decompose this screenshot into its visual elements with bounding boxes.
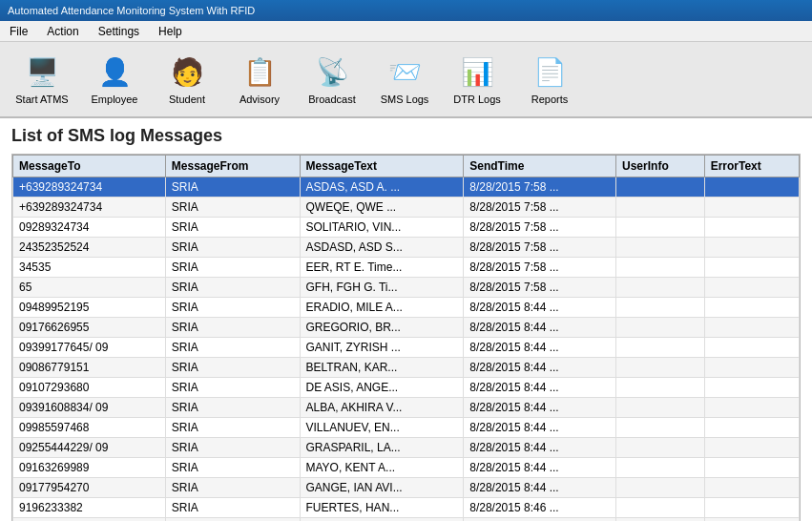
sms-log-table: MessageTo MessageFrom MessageText SendTi… <box>12 155 800 521</box>
cell-userinfo <box>616 358 705 378</box>
table-row[interactable]: 65SRIAGFH, FGH G. Ti...8/28/2015 7:58 ..… <box>13 278 800 298</box>
toolbar-student[interactable]: 🧑 Student <box>153 47 221 112</box>
col-messagetext: MessageText <box>300 156 464 177</box>
table-row[interactable]: +639289324734SRIAASDAS, ASD A. ...8/28/2… <box>13 177 800 198</box>
cell-userinfo <box>616 177 705 198</box>
table-row[interactable]: 9196233382SRIAFUERTES, HAN...8/28/2015 8… <box>13 498 800 518</box>
cell-messagefrom: SRIA <box>165 238 300 258</box>
cell-messageto: 09985597468 <box>13 418 166 438</box>
cell-userinfo <box>616 498 705 518</box>
menu-settings[interactable]: Settings <box>93 23 145 40</box>
cell-userinfo <box>616 378 705 398</box>
cell-messageto: 09176626955 <box>13 318 166 338</box>
cell-errortext <box>704 258 799 278</box>
cell-messagefrom: SRIA <box>165 438 300 458</box>
page-content: List of SMS log Messages MessageTo Messa… <box>0 118 812 521</box>
toolbar-dtr-logs[interactable]: 📊 DTR Logs <box>443 47 511 112</box>
table-row[interactable]: 09107170298SRIAOPIAL, JAMELL8/28/2015 8:… <box>13 518 800 522</box>
cell-sendtime: 8/28/2015 7:58 ... <box>464 177 616 198</box>
table-row[interactable]: 09255444229/ 09SRIAGRASPARIL, LA...8/28/… <box>13 438 800 458</box>
cell-messageto: 09163269989 <box>13 458 166 478</box>
cell-messageto: +639289324734 <box>13 177 166 198</box>
cell-errortext <box>704 198 799 218</box>
table-row[interactable]: 09391608834/ 09SRIAALBA, AKHIRA V...8/28… <box>13 398 800 418</box>
cell-sendtime: 8/28/2015 8:44 ... <box>464 358 616 378</box>
cell-userinfo <box>616 418 705 438</box>
cell-sendtime: 8/28/2015 7:58 ... <box>464 238 616 258</box>
table-row[interactable]: 09177954270SRIAGANGE, IAN AVI...8/28/201… <box>13 478 800 498</box>
cell-errortext <box>704 338 799 358</box>
cell-sendtime: 8/28/2015 7:58 ... <box>464 198 616 218</box>
toolbar-advisory[interactable]: 📋 Advisory <box>225 47 294 112</box>
toolbar-employee[interactable]: 👤 Employee <box>80 47 149 112</box>
cell-messagefrom: SRIA <box>165 358 300 378</box>
cell-messageto: 65 <box>13 278 166 298</box>
cell-messagetext: GREGORIO, BR... <box>300 318 464 338</box>
cell-userinfo <box>616 518 705 522</box>
cell-messagetext: MAYO, KENT A... <box>300 458 464 478</box>
table-row[interactable]: 09176626955SRIAGREGORIO, BR...8/28/2015 … <box>13 318 800 338</box>
toolbar-sms-logs[interactable]: 📨 SMS Logs <box>370 47 439 112</box>
cell-messageto: 34535 <box>13 258 166 278</box>
cell-messagetext: DE ASIS, ANGE... <box>300 378 464 398</box>
reports-label: Reports <box>531 94 569 106</box>
title-bar: Automated Attendance Monitoring System W… <box>0 0 812 21</box>
sms-logs-icon: 📨 <box>385 52 425 92</box>
cell-messagefrom: SRIA <box>165 258 300 278</box>
cell-messageto: 09489952195 <box>13 298 166 318</box>
cell-sendtime: 8/28/2015 8:44 ... <box>464 298 616 318</box>
cell-sendtime: 8/28/2015 8:44 ... <box>464 338 616 358</box>
table-row[interactable]: +639289324734SRIAQWEQE, QWE ...8/28/2015… <box>13 198 800 218</box>
menu-file[interactable]: File <box>4 23 33 40</box>
cell-messagefrom: SRIA <box>165 278 300 298</box>
cell-messagetext: VILLANUEV, EN... <box>300 418 464 438</box>
cell-userinfo <box>616 218 705 238</box>
cell-sendtime: 8/28/2015 7:58 ... <box>464 258 616 278</box>
table-row[interactable]: 09289324734SRIASOLITARIO, VIN...8/28/201… <box>13 218 800 238</box>
cell-messageto: 9196233382 <box>13 498 166 518</box>
cell-userinfo <box>616 338 705 358</box>
cell-sendtime: 8/28/2015 8:44 ... <box>464 418 616 438</box>
cell-errortext <box>704 378 799 398</box>
cell-messagetext: ERADIO, MILE A... <box>300 298 464 318</box>
col-sendtime: SendTime <box>464 156 616 177</box>
cell-messageto: 09399177645/ 09 <box>13 338 166 358</box>
col-errortext: ErrorText <box>704 156 799 177</box>
cell-messageto: 09086779151 <box>13 358 166 378</box>
cell-errortext <box>704 278 799 298</box>
table-row[interactable]: 09399177645/ 09SRIAGANIT, ZYRISH ...8/28… <box>13 338 800 358</box>
table-row[interactable]: 09107293680SRIADE ASIS, ANGE...8/28/2015… <box>13 378 800 398</box>
col-userinfo: UserInfo <box>616 156 705 177</box>
cell-sendtime: 8/28/2015 8:46 ... <box>464 498 616 518</box>
table-row[interactable]: 09985597468SRIAVILLANUEV, EN...8/28/2015… <box>13 418 800 438</box>
table-row[interactable]: 09163269989SRIAMAYO, KENT A...8/28/2015 … <box>13 458 800 478</box>
cell-messagefrom: SRIA <box>165 298 300 318</box>
advisory-label: Advisory <box>239 94 280 106</box>
menu-action[interactable]: Action <box>41 23 84 40</box>
toolbar-broadcast[interactable]: 📡 Broadcast <box>298 47 366 112</box>
cell-messagetext: QWEQE, QWE ... <box>300 198 464 218</box>
cell-userinfo <box>616 478 705 498</box>
cell-errortext <box>704 458 799 478</box>
cell-messagetext: BELTRAN, KAR... <box>300 358 464 378</box>
cell-userinfo <box>616 198 705 218</box>
table-row[interactable]: 09489952195SRIAERADIO, MILE A...8/28/201… <box>13 298 800 318</box>
table-row[interactable]: 09086779151SRIABELTRAN, KAR...8/28/2015 … <box>13 358 800 378</box>
cell-messageto: 24352352524 <box>13 238 166 258</box>
page-title: List of SMS log Messages <box>11 126 801 146</box>
cell-messagefrom: SRIA <box>165 458 300 478</box>
toolbar-reports[interactable]: 📄 Reports <box>515 47 584 112</box>
sms-log-table-container[interactable]: MessageTo MessageFrom MessageText SendTi… <box>11 154 801 521</box>
cell-messagefrom: SRIA <box>165 478 300 498</box>
menu-help[interactable]: Help <box>153 23 188 40</box>
cell-errortext <box>704 438 799 458</box>
table-row[interactable]: 24352352524SRIAASDASD, ASD S...8/28/2015… <box>13 238 800 258</box>
broadcast-label: Broadcast <box>308 94 356 106</box>
cell-messagefrom: SRIA <box>165 418 300 438</box>
cell-sendtime: 8/28/2015 7:58 ... <box>464 218 616 238</box>
app-title: Automated Attendance Monitoring System W… <box>8 5 255 16</box>
toolbar-start-atms[interactable]: 🖥️ Start ATMS <box>8 47 76 112</box>
cell-messagefrom: SRIA <box>165 338 300 358</box>
table-row[interactable]: 34535SRIAEER, RT E. Time...8/28/2015 7:5… <box>13 258 800 278</box>
cell-messagetext: GRASPARIL, LA... <box>300 438 464 458</box>
